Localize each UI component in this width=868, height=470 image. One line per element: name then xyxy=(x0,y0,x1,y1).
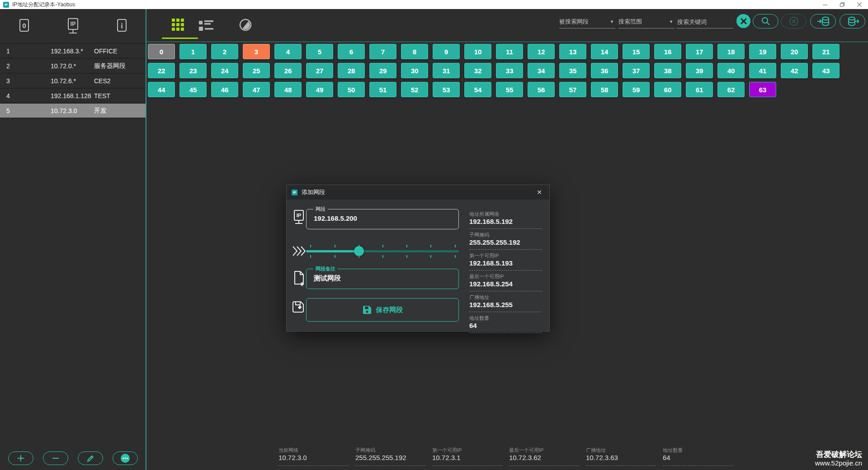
restore-button[interactable] xyxy=(834,0,851,9)
remove-network-button[interactable] xyxy=(43,451,68,465)
network-row[interactable]: 510.72.3.0开发 xyxy=(0,104,146,119)
ip-cell[interactable]: 55 xyxy=(496,82,523,97)
ip-cell[interactable]: 24 xyxy=(211,63,238,78)
ip-cell[interactable]: 20 xyxy=(781,44,808,59)
ip-cell[interactable]: 49 xyxy=(306,82,333,97)
ip-cell[interactable]: 18 xyxy=(717,44,745,59)
ip-cell[interactable]: 32 xyxy=(464,63,491,78)
ip-cell[interactable]: 40 xyxy=(717,63,745,78)
ip-cell[interactable]: 17 xyxy=(686,44,713,59)
ip-cell[interactable]: 51 xyxy=(369,82,396,97)
ip-cell[interactable]: 39 xyxy=(686,63,713,78)
clear-search-button[interactable] xyxy=(781,14,807,28)
info-badge-icon[interactable]: i xyxy=(113,18,130,38)
ip-cell[interactable]: 54 xyxy=(464,82,491,97)
ip-cell[interactable]: 6 xyxy=(338,44,365,59)
ip-cell[interactable]: 62 xyxy=(717,82,745,97)
theme-toggle-icon[interactable] xyxy=(239,18,252,32)
ip-cell[interactable]: 11 xyxy=(496,44,523,59)
ip-cell[interactable]: 59 xyxy=(623,82,650,97)
ip-cell[interactable]: 57 xyxy=(559,82,586,97)
ip-cell[interactable]: 25 xyxy=(243,63,270,78)
ip-cell[interactable]: 0 xyxy=(148,44,175,59)
ip-cell[interactable]: 61 xyxy=(686,82,713,97)
slider-thumb[interactable] xyxy=(354,246,364,256)
ip-cell[interactable]: 58 xyxy=(591,82,618,97)
ip-cell[interactable]: 53 xyxy=(433,82,460,97)
ip-cell[interactable]: 36 xyxy=(591,63,618,78)
ip-cell[interactable]: 19 xyxy=(749,44,776,59)
ip-cell[interactable]: 45 xyxy=(179,82,207,97)
close-button[interactable] xyxy=(851,0,868,9)
ip-cell[interactable]: 42 xyxy=(781,63,808,78)
more-options-button[interactable] xyxy=(113,451,138,465)
ip-cell[interactable]: 52 xyxy=(401,82,428,97)
ip-cell[interactable]: 48 xyxy=(274,82,302,97)
ip-cell[interactable]: 34 xyxy=(528,63,555,78)
search-icon xyxy=(761,16,771,26)
network-row[interactable]: 4192.168.1.128TEST xyxy=(0,89,146,104)
save-segment-button[interactable]: 保存网段 xyxy=(306,298,459,322)
note-field-value[interactable]: 测试网段 xyxy=(307,272,458,283)
edit-network-button[interactable] xyxy=(78,451,103,465)
ip-cell[interactable]: 56 xyxy=(528,82,555,97)
ip-cell[interactable]: 30 xyxy=(401,63,428,78)
ip-cell[interactable]: 28 xyxy=(338,63,365,78)
ip-cell[interactable]: 21 xyxy=(812,44,840,59)
ip-cell[interactable]: 13 xyxy=(559,44,586,59)
dialog-close-button[interactable]: ✕ xyxy=(535,188,544,197)
ip-cell[interactable]: 5 xyxy=(306,44,333,59)
search-scope-select[interactable]: 搜索范围 ▼ xyxy=(618,15,675,28)
search-button[interactable] xyxy=(753,14,778,28)
ip-cell[interactable]: 38 xyxy=(654,63,681,78)
segment-field-value[interactable]: 192.168.5.200 xyxy=(307,213,458,222)
ip-cell[interactable]: 14 xyxy=(591,44,618,59)
ip-cell[interactable]: 31 xyxy=(433,63,460,78)
ip-cell[interactable]: 44 xyxy=(148,82,175,97)
ip-cell[interactable]: 3 xyxy=(243,44,270,59)
ip-cell[interactable]: 7 xyxy=(369,44,396,59)
network-row[interactable]: 210.72.0.*服务器网段 xyxy=(0,59,146,74)
ip-cell[interactable]: 35 xyxy=(559,63,586,78)
tab-list-view[interactable] xyxy=(198,20,214,32)
ip-cell[interactable]: 15 xyxy=(623,44,650,59)
ip-cell[interactable]: 63 xyxy=(749,82,776,97)
ip-cell[interactable]: 16 xyxy=(654,44,681,59)
ip-cell[interactable]: 8 xyxy=(401,44,428,59)
ip-cell[interactable]: 1 xyxy=(179,44,207,59)
note-field[interactable]: 网段备注 测试网段 xyxy=(306,266,459,289)
search-segment-select[interactable]: 被搜索网段 ▼ xyxy=(559,15,615,28)
network-row[interactable]: 1192.168.3.*OFFICE xyxy=(0,44,146,59)
ip-cell[interactable]: 50 xyxy=(338,82,365,97)
ip-cell[interactable]: 26 xyxy=(274,63,302,78)
ip-cell[interactable]: 37 xyxy=(623,63,650,78)
ip-cell[interactable]: 27 xyxy=(306,63,333,78)
ip-cell[interactable]: 4 xyxy=(274,44,302,59)
ip-host-icon[interactable]: IP xyxy=(64,17,82,38)
export-database-button[interactable] xyxy=(840,14,865,28)
ip-cell[interactable]: 60 xyxy=(654,82,681,97)
zero-badge-icon[interactable]: 0 xyxy=(16,18,32,38)
import-database-button[interactable] xyxy=(810,14,836,28)
ip-cell[interactable]: 47 xyxy=(243,82,270,97)
ip-cell[interactable]: 29 xyxy=(369,63,396,78)
ip-cell[interactable]: 41 xyxy=(749,63,776,78)
ip-cell[interactable]: 12 xyxy=(528,44,555,59)
tab-grid-view[interactable] xyxy=(160,18,196,39)
ip-cell[interactable]: 9 xyxy=(433,44,460,59)
ip-cell[interactable]: 46 xyxy=(211,82,238,97)
ip-cell[interactable]: 23 xyxy=(179,63,207,78)
add-network-button[interactable] xyxy=(8,451,33,465)
cidr-slider[interactable] xyxy=(306,241,459,261)
minimize-button[interactable] xyxy=(816,0,834,9)
ip-cell[interactable]: 10 xyxy=(464,44,491,59)
search-keyword-input[interactable] xyxy=(676,18,733,26)
ip-cell[interactable]: 33 xyxy=(496,63,523,78)
clear-filters-button[interactable] xyxy=(736,14,750,28)
ip-cell[interactable]: 43 xyxy=(812,63,840,78)
info-item: 地址数量64 xyxy=(469,315,542,333)
network-row[interactable]: 310.72.6.*CES2 xyxy=(0,74,146,89)
ip-cell[interactable]: 22 xyxy=(148,63,175,78)
segment-field[interactable]: 网段 192.168.5.200 xyxy=(306,206,459,229)
ip-cell[interactable]: 2 xyxy=(211,44,238,59)
